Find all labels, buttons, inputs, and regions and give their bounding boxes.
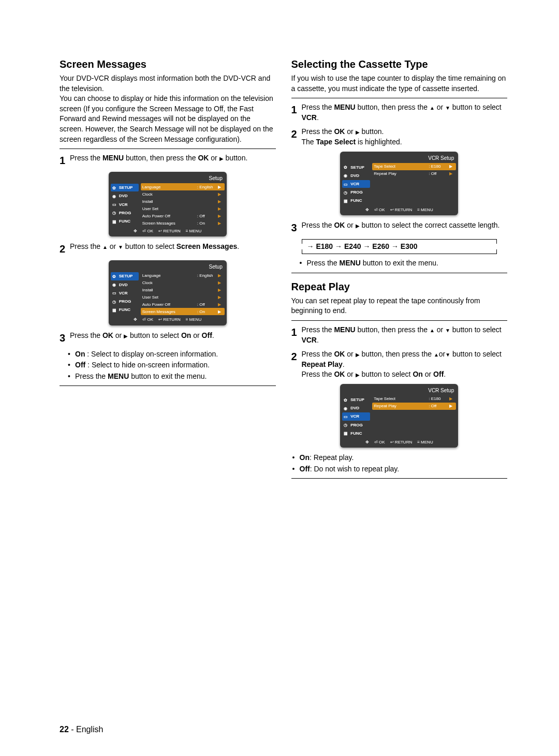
osd-row-empty (372, 192, 456, 199)
two-column-layout: Screen Messages Your DVD-VCR displays mo… (60, 57, 507, 483)
t: MENU (189, 317, 202, 322)
osd-tab-func: ▦FUNC (342, 429, 370, 437)
t: button to select (450, 350, 502, 358)
osd-rows: Language: English▶ Clock▶ Install▶ User … (139, 272, 225, 315)
osd-setup-menu: Setup ✿SETUP ◉DVD ▭VCR ◷PROG ▦FUNC Langu… (109, 172, 227, 236)
t: VCR (301, 113, 317, 122)
disc-icon: ◉ (112, 194, 117, 199)
t: Repeat Play (301, 360, 342, 368)
right-column: Selecting the Cassette Type If you wish … (291, 57, 508, 483)
t: button to select (123, 242, 176, 250)
play-icon (356, 350, 360, 358)
return-icon: ↩ (158, 317, 162, 322)
t: : E180 (429, 164, 449, 169)
osd-title: VCR Setup (342, 386, 456, 395)
menu-icon: ≡ (417, 207, 420, 212)
disc-icon: ◉ (344, 406, 349, 411)
osd-rows: Tape Select: E180▶ Repeat Play: Off▶ (370, 395, 456, 438)
osd-tab-func: ▦FUNC (111, 217, 139, 225)
t: OK (102, 331, 113, 339)
t: button to exit the menu. (129, 372, 207, 380)
step-text: Press the OK or button, then press the o… (301, 349, 505, 380)
t: button to select (128, 331, 181, 339)
step-number: 2 (291, 349, 300, 364)
t: or (439, 350, 445, 358)
t: OK (334, 350, 345, 358)
up-icon (434, 350, 439, 358)
t: User Set (142, 206, 197, 212)
osd-title: VCR Setup (342, 154, 456, 163)
osd-tab-prog: ◷PROG (111, 298, 139, 305)
t: button to select (360, 370, 413, 378)
sm-step-3: 3 Press the OK or button to select On or… (60, 331, 276, 345)
t: : Select to hide on-screen information. (85, 361, 210, 369)
osd-row-tapeselect: Tape Select: E180▶ (372, 163, 456, 170)
chevron-right-icon: ▶ (218, 302, 223, 307)
osd-row-language: Language: English▶ (141, 183, 225, 190)
chevron-right-icon: ▶ (218, 280, 223, 286)
chevron-right-icon: ▶ (449, 403, 454, 409)
t: or (345, 350, 355, 358)
t: Press the (70, 242, 102, 250)
t: button to select (450, 325, 502, 334)
t: Language (142, 184, 197, 190)
bullet-exit: Press the MENU button to exit the menu. (307, 258, 508, 269)
t: On (413, 370, 422, 378)
bullet-off: Off: Do not wish to repeat play. (300, 464, 508, 475)
t: PROG (350, 422, 363, 428)
osd-row-screenmsg: Screen Messages: On▶ (141, 308, 225, 315)
left-column: Screen Messages Your DVD-VCR displays mo… (60, 57, 276, 483)
t: Press the (301, 103, 334, 111)
osd-setup-menu-2: Setup ✿SETUP ◉DVD ▭VCR ◷PROG ▦FUNC Langu… (109, 260, 227, 325)
t: OK (148, 317, 154, 322)
t: or (423, 370, 433, 378)
t: Repeat Play (374, 403, 429, 409)
ct-step-2: 2 Press the OK or button. The Tape Selec… (291, 127, 508, 147)
page-number: 22 (60, 725, 69, 734)
ok-label: OK (198, 154, 209, 162)
t: PROG (350, 189, 363, 195)
t: OK (379, 207, 385, 212)
t: The (301, 138, 316, 146)
repeat-play-intro: You can set repeat play to repeat the ta… (291, 296, 508, 316)
ct-step-1: 1 Press the MENU button, then press the … (291, 102, 508, 123)
chevron-right-icon: ▶ (218, 220, 223, 226)
osd-tab-dvd: ◉DVD (111, 281, 139, 289)
osd-vcr-setup: VCR Setup ✿SETUP ◉DVD ▭VCR ◷PROG ▦FUNC T… (340, 152, 458, 215)
t: Press the (301, 325, 334, 334)
osd-row-empty (372, 185, 456, 192)
chevron-right-icon: ▶ (218, 199, 223, 204)
t: PROG (119, 210, 131, 216)
sm-step-2: 2 Press the or button to select Screen M… (60, 242, 276, 256)
t: VCR (350, 181, 359, 187)
t: FUNC (119, 307, 130, 313)
t: or (345, 127, 355, 136)
down-icon (118, 242, 123, 250)
cassette-type-heading: Selecting the Cassette Type (291, 57, 508, 71)
divider (291, 478, 508, 479)
t: DVD (119, 282, 128, 288)
nav-icon: ✥ (365, 207, 369, 213)
ct-bullets: Press the MENU button to exit the menu. (291, 258, 508, 269)
t: : Repeat play. (310, 453, 354, 462)
t: . (317, 336, 319, 344)
step-text: Press the or button to select Screen Mes… (70, 242, 274, 252)
osd-row-repeatplay: Repeat Play: Off▶ (372, 170, 456, 177)
step-number: 2 (60, 242, 68, 256)
t: : Off (429, 403, 449, 409)
t: On (300, 453, 310, 462)
step-text: Press the MENU button, then press the OK… (70, 153, 274, 164)
chevron-right-icon: ▶ (218, 206, 223, 212)
t: DVD (119, 193, 128, 199)
up-icon (102, 242, 108, 250)
screen-messages-intro: Your DVD-VCR displays most information b… (60, 73, 276, 144)
step-text: Press the MENU button, then press the or… (301, 102, 505, 123)
t: button, then press the (360, 350, 434, 358)
t: MENU (334, 103, 355, 111)
osd-tab-vcr: ▭VCR (111, 289, 139, 297)
osd-row-empty (372, 417, 456, 424)
t: . (237, 242, 239, 250)
enter-icon: ⏎ (374, 207, 378, 212)
bullet-on: On: Repeat play. (300, 453, 508, 463)
osd-row-autopower: Auto Power Off: Off▶ (141, 301, 225, 308)
